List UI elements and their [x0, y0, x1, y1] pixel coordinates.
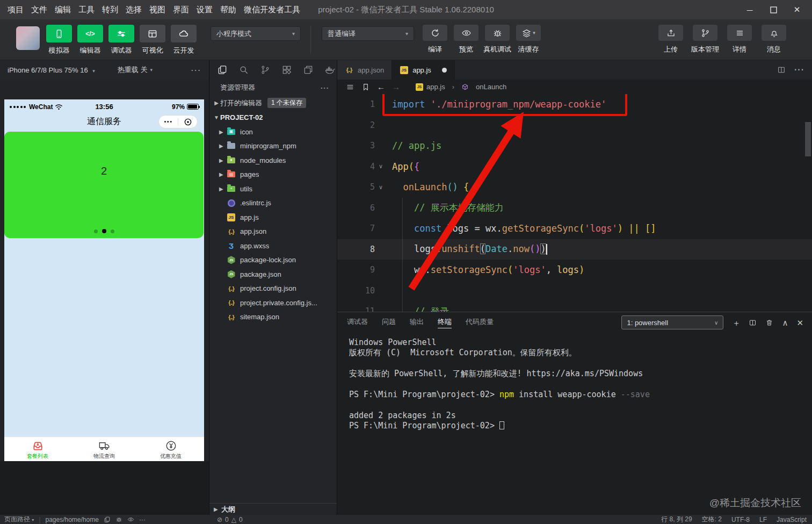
indentation[interactable]: 空格: 2	[702, 515, 722, 524]
tree-file-row[interactable]: JSapp.js	[209, 210, 337, 225]
mode-select[interactable]: 小程序模式 ▾	[211, 26, 301, 41]
toolbar-button-云开发[interactable]: 云开发	[171, 25, 197, 55]
editor-more-button[interactable]: ···	[794, 65, 804, 75]
editor-tab-app.js[interactable]: JSapp.js	[392, 60, 455, 80]
fold-chevron-icon[interactable]: ∨	[375, 184, 387, 191]
menu-item[interactable]: 转到	[102, 5, 118, 15]
language-mode[interactable]: JavaScript	[777, 516, 807, 523]
nav-forward-icon[interactable]: →	[392, 82, 400, 91]
warnings-icon[interactable]: △	[231, 516, 236, 523]
minimize-button[interactable]: ─	[738, 0, 762, 19]
open-editors-row[interactable]: ▶ 打开的编辑器 1 个未保存	[209, 96, 337, 110]
files-icon[interactable]	[217, 64, 228, 75]
tree-file-row[interactable]: {..}project.private.config.js...	[209, 296, 337, 310]
blocks-icon[interactable]	[281, 64, 292, 75]
warning-count[interactable]: 0	[239, 516, 243, 523]
menu-item[interactable]: 微信开发者工具	[244, 5, 300, 15]
error-count[interactable]: 0	[225, 516, 229, 523]
simulator-more-button[interactable]: ···	[191, 66, 201, 74]
window-icon[interactable]	[303, 64, 314, 75]
tree-file-row[interactable]: .eslintrc.js	[209, 196, 337, 211]
hot-reload-toggle[interactable]: 热重载 关 ▾	[118, 65, 153, 75]
terminal-tab-代码质量[interactable]: 代码质量	[466, 317, 494, 328]
swiper-banner[interactable]: 2	[4, 132, 204, 238]
page-path-selector[interactable]: 页面路径 ▾	[4, 515, 34, 524]
fold-chevron-icon[interactable]: ∨	[375, 163, 387, 170]
outline-section[interactable]: ▶ 大纲	[209, 503, 337, 515]
menu-item[interactable]: 工具	[78, 5, 95, 15]
eye-icon[interactable]	[127, 516, 134, 523]
compile-mode-select[interactable]: 普通编译 ▾	[322, 26, 414, 41]
toolbar-button-预览[interactable]: 预览	[453, 25, 480, 54]
bug-icon[interactable]	[115, 516, 122, 523]
tree-folder-row[interactable]: ▶+utils	[209, 182, 337, 196]
phone-tab-物流查询[interactable]: 物流查询	[71, 437, 137, 461]
new-terminal-icon[interactable]: ＋	[732, 319, 740, 327]
user-avatar[interactable]	[16, 26, 40, 50]
source-control-icon[interactable]	[260, 64, 271, 75]
editor-tab-app.json[interactable]: {..}app.json	[337, 60, 392, 80]
collapse-panel-icon[interactable]: ∧	[782, 319, 788, 327]
encoding[interactable]: UTF-8	[731, 516, 750, 523]
toolbar-button-清缓存[interactable]: ▾清缓存	[515, 25, 542, 54]
toolbar-button-版本管理[interactable]: 版本管理	[692, 25, 719, 54]
errors-icon[interactable]: ⊘	[217, 516, 222, 523]
nav-back-icon[interactable]: ←	[377, 82, 385, 91]
tree-folder-row[interactable]: ▶●node_modules	[209, 153, 337, 168]
tree-folder-row[interactable]: ▶▤pages	[209, 168, 337, 182]
toolbar-button-上传[interactable]: 上传	[657, 25, 684, 54]
menu-item[interactable]: 编辑	[55, 5, 71, 15]
bookmark-icon[interactable]	[361, 83, 370, 91]
home-capsule-button[interactable]	[178, 118, 197, 126]
toolbar-button-可视化[interactable]: 可视化	[140, 25, 165, 55]
tree-file-row[interactable]: {..}app.json	[209, 225, 337, 239]
eol-type[interactable]: LF	[759, 516, 767, 523]
menu-item[interactable]: 项目	[8, 5, 24, 15]
split-terminal-icon[interactable]	[749, 319, 757, 327]
menu-item[interactable]: 选择	[126, 5, 142, 15]
tree-file-row[interactable]: {..}project.config.json	[209, 282, 337, 296]
code-editor[interactable]: 1import './miniprogram_npm/weapp-cookie'…	[337, 94, 812, 312]
maximize-button[interactable]	[762, 0, 785, 19]
phone-tab-优惠充值[interactable]: 优惠充值	[137, 437, 204, 461]
docker-icon[interactable]	[324, 64, 335, 75]
more-button[interactable]: •••	[159, 116, 178, 128]
status-more-button[interactable]: ···	[139, 516, 146, 523]
close-panel-icon[interactable]: ✕	[796, 319, 803, 327]
terminal-tab-输出[interactable]: 输出	[410, 317, 424, 328]
terminal-tab-终端[interactable]: 终端	[438, 317, 452, 328]
menu-item[interactable]: 视图	[149, 5, 165, 15]
phone-tab-套餐列表[interactable]: 套餐列表	[4, 437, 71, 461]
toolbar-button-调试器[interactable]: 调试器	[108, 25, 134, 55]
terminal-tab-调试器[interactable]: 调试器	[347, 317, 368, 328]
tree-file-row[interactable]: Ӡapp.wxss	[209, 239, 337, 253]
list-icon[interactable]	[346, 83, 354, 91]
tree-file-row[interactable]: JSpackage.json	[209, 267, 337, 282]
cursor-position[interactable]: 行 8, 列 29	[661, 515, 692, 524]
toolbar-button-编译[interactable]: 编译	[422, 25, 448, 54]
editor-scrollbar[interactable]	[805, 122, 811, 156]
device-selector[interactable]: iPhone 6/7/8 Plus 75% 16 ▾	[8, 66, 95, 74]
breadcrumb-symbol[interactable]: onLaunch	[476, 83, 506, 91]
menu-item[interactable]: 界面	[173, 5, 189, 15]
toolbar-button-消息[interactable]: 消息	[760, 25, 787, 54]
close-button[interactable]: ✕	[785, 0, 809, 19]
terminal-tab-问题[interactable]: 问题	[382, 317, 396, 328]
toolbar-button-真机调试[interactable]: 真机调试	[484, 25, 511, 54]
tree-folder-row[interactable]: ▶▣icon	[209, 125, 337, 139]
tree-file-row[interactable]: {..}sitemap.json	[209, 310, 337, 325]
tree-folder-row[interactable]: ▶miniprogram_npm	[209, 139, 337, 154]
copy-icon[interactable]	[104, 516, 111, 523]
project-root-row[interactable]: ▼ PROJECT-02	[209, 110, 337, 125]
split-editor-icon[interactable]	[777, 66, 786, 74]
search-icon[interactable]	[238, 64, 249, 75]
explorer-more-button[interactable]: ···	[321, 84, 329, 92]
menu-item[interactable]: 帮助	[220, 5, 236, 15]
toolbar-button-编辑器[interactable]: </>编辑器	[77, 25, 103, 55]
terminal-output[interactable]: Windows PowerShell版权所有 (C) Microsoft Cor…	[337, 333, 812, 432]
tree-file-row[interactable]: JSpackage-lock.json	[209, 253, 337, 268]
toolbar-button-详情[interactable]: 详情	[726, 25, 753, 54]
shell-select[interactable]: 1: powershell ∨	[621, 315, 723, 329]
toolbar-button-模拟器[interactable]: 模拟器	[46, 25, 72, 55]
menu-item[interactable]: 文件	[31, 5, 47, 15]
